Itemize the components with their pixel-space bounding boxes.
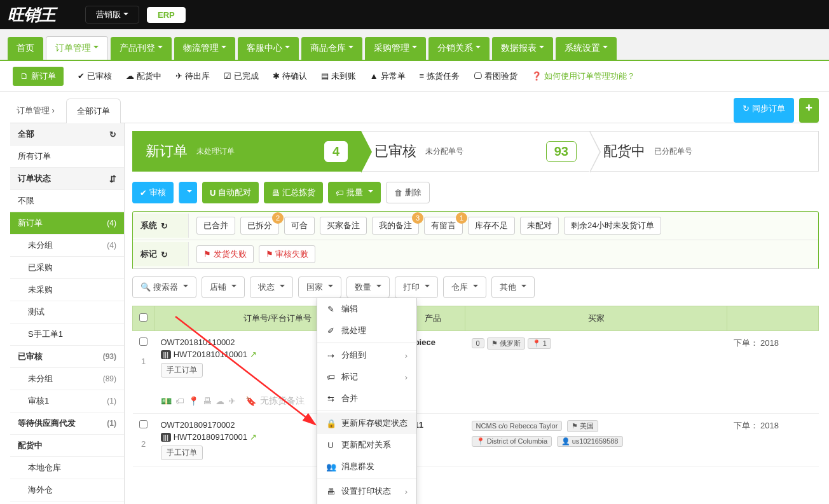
auto-match-button[interactable]: U 自动配对 xyxy=(202,182,259,203)
filter-tag[interactable]: 我的备注3 xyxy=(372,217,419,235)
dropdown-item[interactable]: ⇆合并 xyxy=(317,388,416,409)
sidebar-item[interactable]: S手工单1 xyxy=(10,324,124,346)
nav-tab[interactable]: 数据报表 xyxy=(492,37,553,60)
sidebar-item[interactable]: 待出库(2) xyxy=(10,501,124,504)
dropdown-item[interactable]: 🏷标记› xyxy=(317,366,416,388)
subnav-item[interactable]: ▤ 未到账 xyxy=(321,71,356,82)
nav-tab[interactable]: 采购管理 xyxy=(365,37,426,60)
filter-tag[interactable]: 库存不足 xyxy=(468,217,515,235)
sidebar-item[interactable]: 测试 xyxy=(10,301,124,324)
sidebar-item[interactable]: 订单状态⇵ xyxy=(10,168,124,190)
pin-icon[interactable]: 📍 xyxy=(188,396,199,406)
icon: ↻ xyxy=(109,130,116,139)
sync-orders-button[interactable]: ↻ 同步订单 xyxy=(734,98,794,123)
subnav-item[interactable]: 🖵 看图验货 xyxy=(474,71,517,82)
delete-button[interactable]: 🗑 删除 xyxy=(386,182,430,203)
filter-tag[interactable]: 已拆分2 xyxy=(240,217,279,235)
toolbar-filter[interactable]: 数量 xyxy=(346,276,390,298)
print-icon[interactable]: 🖶 xyxy=(203,396,212,406)
cloud-icon[interactable]: ☁ xyxy=(216,396,224,406)
subnav-item[interactable]: ▲ 异常单 xyxy=(370,71,406,82)
nav-tab[interactable]: 分销关系 xyxy=(428,37,490,60)
batch-button[interactable]: 🏷 批量 xyxy=(328,182,381,203)
stage-step[interactable]: 已审核未分配单号93 xyxy=(361,131,590,172)
new-order-button[interactable]: 🗋 新订单 xyxy=(13,67,64,86)
toolbar-filter[interactable]: 其他 xyxy=(491,276,535,298)
toolbar-filter[interactable]: 🔍 搜索器 xyxy=(132,276,196,298)
stage-step[interactable]: 新订单未处理订单4 xyxy=(132,131,361,172)
row-checkbox[interactable] xyxy=(139,420,147,428)
nav-tab[interactable]: 商品仓库 xyxy=(301,37,362,60)
refresh-icon[interactable]: ↻ xyxy=(161,250,168,259)
subnav-item[interactable]: ✱ 待确认 xyxy=(273,71,307,82)
toolbar-filter[interactable]: 国家 xyxy=(298,276,341,298)
edition-pill[interactable]: 营销版 xyxy=(85,6,139,24)
platform-order-no[interactable]: HWT201810110001 xyxy=(174,350,247,359)
audit-dropdown[interactable] xyxy=(179,182,197,203)
nav-tab[interactable]: 产品刊登 xyxy=(111,37,172,60)
nav-tab[interactable]: 物流管理 xyxy=(174,37,235,60)
filter-tag[interactable]: ⚑ 发货失败 xyxy=(196,245,254,263)
external-link-icon[interactable]: ↗ xyxy=(250,432,257,442)
filter-tag[interactable]: 未配对 xyxy=(520,217,559,235)
platform-order-no[interactable]: HWT201809170001 xyxy=(174,432,247,442)
subnav-item[interactable]: ☁ 配货中 xyxy=(126,71,161,82)
filter-tag[interactable]: 剩余24小时未发货订单 xyxy=(564,217,661,235)
filter-tag[interactable]: 有留言1 xyxy=(424,217,463,235)
sidebar-item[interactable]: 已审核(93) xyxy=(10,346,124,368)
select-all-checkbox[interactable] xyxy=(139,313,147,322)
external-link-icon[interactable]: ↗ xyxy=(250,350,257,359)
subnav-item[interactable]: ≡ 拣货任务 xyxy=(420,71,460,82)
money-icon[interactable]: 💵 xyxy=(161,396,172,406)
sidebar-item[interactable]: 未分组(89) xyxy=(10,368,124,390)
pick-summary-button[interactable]: 🖶 汇总拣货 xyxy=(264,182,323,203)
row-checkbox[interactable] xyxy=(139,337,147,346)
toolbar-filter[interactable]: 仓库 xyxy=(443,276,486,298)
tag-icon[interactable]: 🏷 xyxy=(175,396,184,406)
sidebar-item[interactable]: 本地仓库 xyxy=(10,457,124,479)
dropdown-item[interactable]: ✐批处理 xyxy=(317,320,416,341)
dropdown-item[interactable]: 🖶设置打印状态› xyxy=(317,480,416,502)
dropdown-item[interactable]: U更新配对关系 xyxy=(317,434,416,456)
subnav-item[interactable]: ☑ 已完成 xyxy=(224,71,259,82)
nav-tab[interactable]: 系统设置 xyxy=(556,37,617,60)
erp-pill[interactable]: ERP xyxy=(147,7,186,23)
subnav-item[interactable]: ✔ 已审核 xyxy=(78,71,112,82)
breadcrumb-tab[interactable]: 全部订单 xyxy=(66,99,121,123)
toolbar-filter[interactable]: 打印 xyxy=(395,276,438,298)
audit-button[interactable]: ✔ 审核 xyxy=(132,182,174,203)
plane-icon[interactable]: ✈ xyxy=(228,396,236,406)
help-link[interactable]: ❓ 如何使用订单管理功能？ xyxy=(531,71,635,82)
nav-tab[interactable]: 订单管理 xyxy=(46,36,108,60)
sidebar-item[interactable]: 等待供应商代发(1) xyxy=(10,412,124,435)
sidebar-item[interactable]: 已采购 xyxy=(10,257,124,279)
filter-tag[interactable]: ⚑ 审核失败 xyxy=(259,245,316,263)
sidebar-item[interactable]: 海外仓 xyxy=(10,479,124,501)
dropdown-item[interactable]: 👥消息群发 xyxy=(317,456,416,477)
toolbar-filter[interactable]: 店铺 xyxy=(202,276,245,298)
region-badge: 📍 District of Columbia xyxy=(472,436,552,447)
toolbar-filter[interactable]: 状态 xyxy=(250,276,293,298)
filter-tag[interactable]: 买家备注 xyxy=(320,217,367,235)
stage-step[interactable]: 配货中已分配单号 xyxy=(590,131,819,172)
sidebar-item[interactable]: 未采购 xyxy=(10,279,124,301)
filter-tag[interactable]: 可合 xyxy=(284,217,315,235)
sidebar-item[interactable]: 不限 xyxy=(10,190,124,212)
sidebar-item[interactable]: 未分组(4) xyxy=(10,235,124,257)
sidebar-item[interactable]: 审核1(1) xyxy=(10,390,124,412)
nav-tab[interactable]: 客服中心 xyxy=(238,37,299,60)
sidebar-item[interactable]: 新订单(4) xyxy=(10,212,124,235)
sidebar-item[interactable]: 所有订单 xyxy=(10,146,124,168)
nav-tab[interactable]: 首页 xyxy=(8,37,43,60)
dropdown-item[interactable]: ✎编辑 xyxy=(317,298,416,320)
bookmark-icon[interactable]: 🔖 xyxy=(245,396,256,406)
refresh-icon[interactable]: ↻ xyxy=(161,221,168,231)
sidebar-item[interactable]: 全部↻ xyxy=(10,123,124,146)
dropdown-item[interactable]: 🔒更新库存锁定状态 xyxy=(317,412,416,434)
dropdown-item[interactable]: ⇢分组到› xyxy=(317,344,416,366)
add-button[interactable]: ✚ xyxy=(799,98,819,123)
user-badge: 👤 us1021659588 xyxy=(557,436,623,447)
subnav-item[interactable]: ✈ 待出库 xyxy=(175,71,210,82)
filter-tag[interactable]: 已合并 xyxy=(196,217,235,235)
sidebar-item[interactable]: 配货中 xyxy=(10,435,124,457)
